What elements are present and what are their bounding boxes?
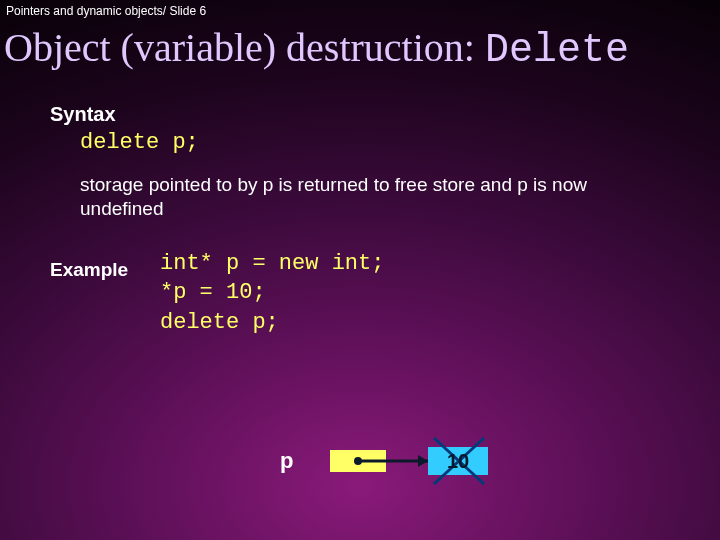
pointer-box: [330, 450, 386, 472]
slide-title: Object (variable) destruction: Delete: [0, 22, 720, 83]
example-heading: Example: [50, 249, 160, 281]
value-label: 10: [447, 450, 469, 473]
syntax-description: storage pointed to by p is returned to f…: [50, 155, 720, 221]
syntax-code: delete p;: [50, 130, 720, 155]
title-text: Object (variable) destruction:: [4, 25, 485, 70]
syntax-heading: Syntax: [50, 103, 720, 126]
pointer-label: p: [280, 448, 293, 474]
example-code: int* p = new int; *p = 10; delete p;: [160, 249, 384, 338]
title-code: Delete: [485, 28, 629, 73]
slide: Pointers and dynamic objects/ Slide 6 Ob…: [0, 0, 720, 540]
slide-body: Syntax delete p; storage pointed to by p…: [0, 83, 720, 338]
pointer-arrow-origin: [354, 457, 362, 465]
example-block: Example int* p = new int; *p = 10; delet…: [50, 249, 720, 338]
pointer-arrow-head: [418, 455, 428, 467]
breadcrumb: Pointers and dynamic objects/ Slide 6: [0, 0, 720, 22]
